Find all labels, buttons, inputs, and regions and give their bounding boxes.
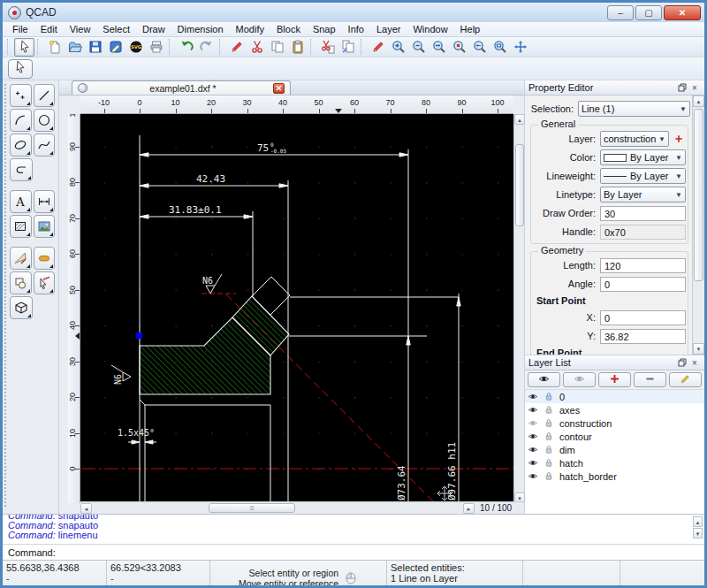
property-scroll-thumb[interactable]: [694, 109, 703, 281]
linetype-combo[interactable]: By Layer▼: [600, 187, 686, 202]
lineweight-combo[interactable]: By Layer▼: [600, 168, 686, 184]
scroll-up-icon[interactable]: ▲: [514, 114, 525, 125]
layer-row-0[interactable]: 0: [525, 390, 704, 403]
menu-block[interactable]: Block: [270, 23, 307, 35]
draw-order-field[interactable]: 30: [600, 206, 686, 221]
layer-row-hatch_border[interactable]: hatch_border: [525, 470, 704, 483]
menu-window[interactable]: Window: [407, 23, 453, 35]
undo-button[interactable]: [176, 38, 196, 57]
float-panel-icon[interactable]: [676, 82, 688, 94]
scroll-left-icon[interactable]: ◄: [80, 503, 92, 514]
lock-icon[interactable]: [544, 405, 557, 416]
command-input[interactable]: [61, 546, 704, 559]
minimize-button[interactable]: –: [607, 5, 634, 20]
edit-pencil-red-button[interactable]: [368, 38, 388, 57]
line-tool-button[interactable]: [34, 84, 56, 107]
layer-row-contour[interactable]: contour: [525, 430, 704, 443]
image-tool-button[interactable]: [34, 215, 56, 238]
dimension-tool-button[interactable]: [34, 190, 56, 213]
menu-draw[interactable]: Draw: [136, 23, 171, 35]
property-editor-titlebar[interactable]: Property Editor ×: [525, 80, 704, 95]
angle-field[interactable]: 0: [600, 277, 686, 292]
close-panel-icon[interactable]: ×: [688, 357, 701, 369]
point-tool-button[interactable]: [10, 84, 32, 107]
scroll-up-icon[interactable]: ▲: [693, 95, 704, 107]
layer-row-hatch[interactable]: hatch: [525, 456, 704, 470]
menu-select[interactable]: Select: [96, 23, 136, 35]
vertical-scroll-thumb[interactable]: [515, 144, 524, 226]
redo-button[interactable]: [196, 38, 217, 57]
eye-off-icon[interactable]: [528, 418, 541, 429]
selection-reference-point[interactable]: [136, 332, 142, 339]
copy-button[interactable]: [267, 38, 287, 57]
save-file-button[interactable]: [85, 38, 105, 57]
scroll-down-icon[interactable]: ▼: [693, 528, 703, 538]
zoom-auto-button[interactable]: [429, 38, 449, 57]
svg-export-button[interactable]: SVG: [125, 38, 146, 57]
paste-button[interactable]: [287, 38, 308, 57]
start-x-field[interactable]: 0: [600, 310, 686, 325]
close-panel-icon[interactable]: ×: [688, 82, 701, 94]
hatch-tool-button[interactable]: [10, 215, 32, 238]
ellipse-tool-button[interactable]: [10, 134, 32, 157]
new-file-button[interactable]: [44, 38, 65, 57]
polyline-tool-button[interactable]: [10, 158, 33, 181]
hide-all-layers-button[interactable]: [563, 372, 596, 387]
layer-list-titlebar[interactable]: Layer List ×: [525, 355, 704, 370]
layer-combo[interactable]: construction▼: [600, 131, 669, 147]
eye-icon[interactable]: [528, 392, 541, 402]
eye-icon[interactable]: [528, 445, 541, 455]
horizontal-scroll-thumb[interactable]: ☰: [209, 503, 295, 513]
menu-modify[interactable]: Modify: [230, 23, 270, 35]
close-button[interactable]: ✕: [664, 5, 701, 20]
property-scrollbar[interactable]: ▲ ▼: [692, 95, 704, 355]
length-field[interactable]: 120: [600, 258, 686, 273]
float-panel-icon[interactable]: [676, 357, 688, 369]
layer-row-construction[interactable]: construction: [525, 416, 704, 430]
menu-layer[interactable]: Layer: [370, 23, 407, 35]
cut-reference-button[interactable]: [317, 38, 338, 57]
draw-pencil-button[interactable]: [226, 38, 247, 57]
edit-layer-button[interactable]: [669, 372, 702, 387]
arc-tool-button[interactable]: [10, 109, 32, 132]
zoom-in-button[interactable]: [388, 38, 408, 57]
menu-view[interactable]: View: [64, 23, 97, 35]
tab-close-icon[interactable]: ✕: [273, 83, 285, 94]
selection-combo[interactable]: Line (1)▼: [578, 101, 690, 117]
start-y-field[interactable]: 36.82: [600, 329, 686, 344]
scroll-right-icon[interactable]: ►: [463, 503, 475, 514]
lock-icon[interactable]: [544, 431, 557, 442]
spline-tool-button[interactable]: [34, 134, 56, 157]
resize-grip[interactable]: [688, 582, 701, 588]
zoom-previous-button[interactable]: [469, 38, 490, 57]
layer-row-axes[interactable]: axes: [525, 403, 704, 416]
select-tool-button[interactable]: [34, 271, 56, 294]
add-layer-button[interactable]: [598, 372, 631, 387]
text-tool-button[interactable]: A: [10, 190, 32, 213]
scroll-up-icon[interactable]: ▲: [693, 516, 703, 527]
scroll-down-icon[interactable]: ▼: [693, 343, 704, 355]
horizontal-scrollbar[interactable]: ◄ ☰ ► 10 / 100: [80, 501, 524, 514]
menu-snap[interactable]: Snap: [307, 23, 342, 35]
title-bar[interactable]: QCAD – ▢ ✕: [3, 3, 704, 22]
remove-layer-button[interactable]: [634, 372, 666, 387]
eye-icon[interactable]: [528, 471, 541, 482]
modify-tool-button[interactable]: [34, 247, 56, 270]
drawing-canvas[interactable]: 75 0 -0.05 42.43 31.83±0.1 1.5x45° Ø73.6…: [80, 114, 513, 503]
lock-icon[interactable]: [544, 418, 557, 429]
print-button[interactable]: [146, 38, 166, 57]
lock-icon[interactable]: [544, 392, 557, 402]
lock-icon[interactable]: [544, 471, 557, 482]
maximize-button[interactable]: ▢: [635, 5, 662, 20]
pan-button[interactable]: [510, 38, 530, 57]
vertical-scrollbar[interactable]: ▲ ▼: [513, 114, 524, 503]
command-history[interactable]: Command: snapautoCommand: snapautoComman…: [3, 514, 704, 544]
menu-dimension[interactable]: Dimension: [171, 23, 230, 35]
menu-help[interactable]: Help: [454, 23, 487, 35]
save-as-button[interactable]: [105, 38, 125, 57]
lock-icon[interactable]: [544, 445, 557, 455]
solid-tool-button[interactable]: [10, 296, 33, 319]
open-file-button[interactable]: [65, 38, 85, 57]
layer-row-dim[interactable]: dim: [525, 443, 704, 456]
blocks-tool-button[interactable]: [10, 271, 32, 294]
